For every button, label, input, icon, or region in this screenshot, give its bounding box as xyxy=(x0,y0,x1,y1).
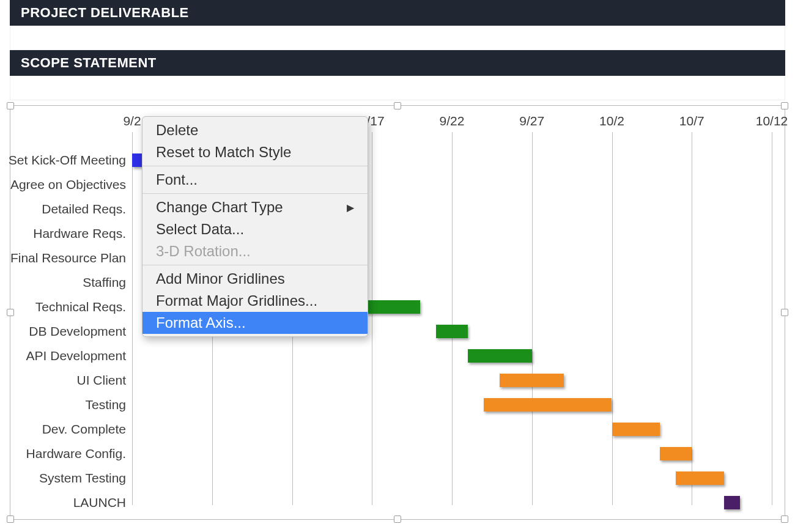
x-tick-label: 9/2 xyxy=(123,114,141,128)
x-tick-label: 10/7 xyxy=(679,114,704,128)
resize-handle-tl[interactable] xyxy=(7,102,14,109)
y-category-label: Hardware Reqs. xyxy=(33,226,126,241)
deliverable-header: PROJECT DELIVERABLE xyxy=(10,0,785,26)
gantt-bar[interactable] xyxy=(724,496,740,509)
resize-handle-tc[interactable] xyxy=(394,102,401,109)
gantt-bar[interactable] xyxy=(484,398,612,412)
menu-select-data[interactable]: Select Data... xyxy=(142,218,368,240)
y-category-label: LAUNCH xyxy=(73,495,126,510)
y-category-label: Agree on Objectives xyxy=(10,177,126,192)
resize-handle-bc[interactable] xyxy=(394,515,401,523)
chevron-right-icon: ▶ xyxy=(347,202,354,213)
gantt-bar[interactable] xyxy=(468,349,532,363)
gantt-bar[interactable] xyxy=(612,423,660,436)
resize-handle-br[interactable] xyxy=(781,515,788,523)
x-tick-label: 9/27 xyxy=(519,114,544,128)
resize-handle-tr[interactable] xyxy=(781,102,788,109)
scope-body[interactable] xyxy=(10,76,785,100)
y-category-label: API Development xyxy=(26,349,126,363)
resize-handle-bl[interactable] xyxy=(7,515,14,523)
menu-add-minor-gridlines[interactable]: Add Minor Gridlines xyxy=(142,268,368,290)
menu-delete[interactable]: Delete xyxy=(142,119,368,141)
x-tick-label: 9/22 xyxy=(440,114,465,128)
context-menu: Delete Reset to Match Style Font... Chan… xyxy=(142,116,368,337)
gantt-bar[interactable] xyxy=(676,471,723,485)
menu-3d-rotation: 3-D Rotation... xyxy=(142,240,368,262)
menu-change-chart-type[interactable]: Change Chart Type ▶ xyxy=(142,196,368,218)
resize-handle-ml[interactable] xyxy=(7,309,14,316)
y-category-label: Detailed Reqs. xyxy=(42,202,126,216)
menu-format-major-gridlines[interactable]: Format Major Gridlines... xyxy=(142,290,368,312)
x-tick-label: 10/12 xyxy=(756,114,788,128)
menu-reset-style[interactable]: Reset to Match Style xyxy=(142,141,368,163)
menu-format-axis[interactable]: Format Axis... xyxy=(142,312,368,334)
y-category-label: Testing xyxy=(85,397,126,412)
menu-font[interactable]: Font... xyxy=(142,169,368,191)
y-category-label: UI Client xyxy=(76,373,126,388)
gantt-bar[interactable] xyxy=(660,447,692,460)
resize-handle-mr[interactable] xyxy=(781,309,788,316)
gridline xyxy=(772,132,772,505)
gantt-bar[interactable] xyxy=(500,374,564,387)
x-tick-label: 10/2 xyxy=(599,114,624,128)
deliverable-body[interactable] xyxy=(10,26,785,50)
y-category-label: Set Kick-Off Meeting xyxy=(9,153,126,168)
y-category-label: Technical Reqs. xyxy=(35,300,126,314)
y-category-label: Hardware Config. xyxy=(26,446,126,461)
y-category-label: DB Development xyxy=(29,324,126,339)
gantt-chart[interactable]: Set Kick-Off MeetingAgree on ObjectivesD… xyxy=(10,105,785,520)
gantt-bar[interactable] xyxy=(436,325,468,338)
y-category-label: Staffing xyxy=(83,275,126,290)
scope-header: SCOPE STATEMENT xyxy=(10,50,785,76)
y-category-label: System Testing xyxy=(39,471,126,486)
y-category-label: Final Resource Plan xyxy=(10,251,126,265)
y-category-label: Dev. Complete xyxy=(42,422,126,437)
